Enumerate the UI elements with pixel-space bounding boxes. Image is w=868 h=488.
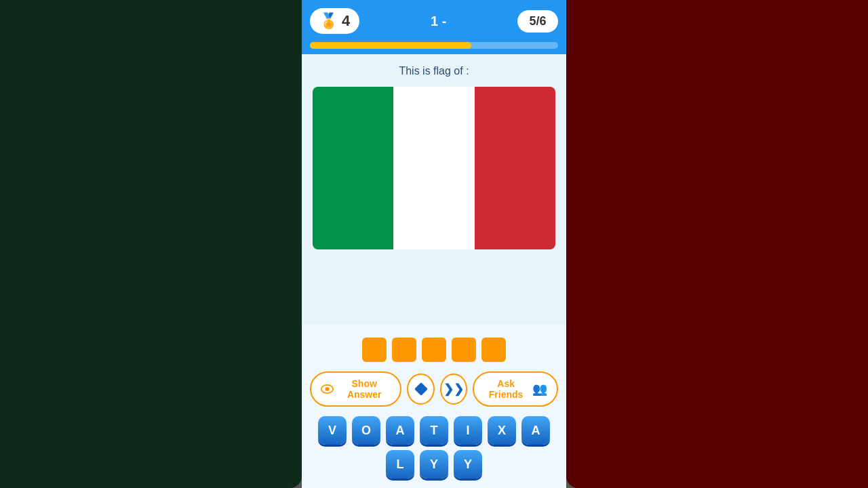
- blank-1: [362, 338, 387, 362]
- blank-3: [422, 338, 446, 362]
- friends-icon: 👥: [532, 382, 547, 396]
- letter-T[interactable]: T: [420, 416, 448, 445]
- left-background-panel: [0, 0, 302, 488]
- letter-Y2[interactable]: Y: [454, 450, 482, 479]
- flag-stripe-green: [313, 87, 393, 249]
- skip-arrows-icon: ❯❯: [443, 382, 464, 396]
- progress-track: [310, 42, 558, 49]
- letter-O[interactable]: O: [352, 416, 380, 445]
- header-bar: 🏅 4 1 - 5/6: [302, 0, 566, 42]
- svg-point-1: [325, 387, 329, 391]
- svg-rect-2: [414, 382, 428, 396]
- letter-blanks: [362, 338, 506, 362]
- letter-X[interactable]: X: [488, 416, 516, 445]
- lives-badge: 5/6: [517, 10, 558, 33]
- diamond-button[interactable]: [407, 373, 434, 405]
- skip-button[interactable]: ❯❯: [440, 373, 467, 405]
- ask-friends-label: Ask Friends: [484, 378, 528, 400]
- diamond-icon: [414, 382, 428, 396]
- blank-2: [392, 338, 416, 362]
- score-badge: 🏅 4: [310, 8, 359, 34]
- progress-fill: [310, 42, 471, 49]
- letter-choices: V O A T I X A L Y Y: [310, 416, 558, 479]
- progress-bar-container: [302, 42, 566, 54]
- right-background-panel: [566, 0, 868, 488]
- trophy-icon: 🏅: [319, 12, 338, 30]
- letter-I[interactable]: I: [454, 416, 482, 445]
- letter-A1[interactable]: A: [386, 416, 414, 445]
- flag-image: [313, 87, 555, 249]
- blank-5: [481, 338, 506, 362]
- score-value: 4: [342, 12, 350, 30]
- blank-4: [452, 338, 476, 362]
- show-answer-label: Show Answer: [338, 378, 391, 400]
- flag-stripe-red: [475, 87, 555, 249]
- show-answer-button[interactable]: Show Answer: [310, 371, 401, 407]
- question-text: This is flag of :: [399, 65, 469, 77]
- answer-section: Show Answer ❯❯ Ask Friends 👥 V O A T I X: [302, 324, 566, 488]
- letter-Y1[interactable]: Y: [420, 450, 448, 479]
- flag-stripe-white: [393, 87, 474, 249]
- quiz-panel: 🏅 4 1 - 5/6 This is flag of :: [302, 0, 566, 488]
- question-number: 1 -: [359, 14, 517, 29]
- main-content: This is flag of :: [302, 54, 566, 324]
- ask-friends-button[interactable]: Ask Friends 👥: [473, 371, 558, 407]
- letter-V[interactable]: V: [318, 416, 347, 445]
- letter-A2[interactable]: A: [521, 416, 550, 445]
- letter-L[interactable]: L: [386, 450, 414, 479]
- action-buttons: Show Answer ❯❯ Ask Friends 👥: [310, 371, 558, 407]
- eye-icon: [321, 384, 334, 394]
